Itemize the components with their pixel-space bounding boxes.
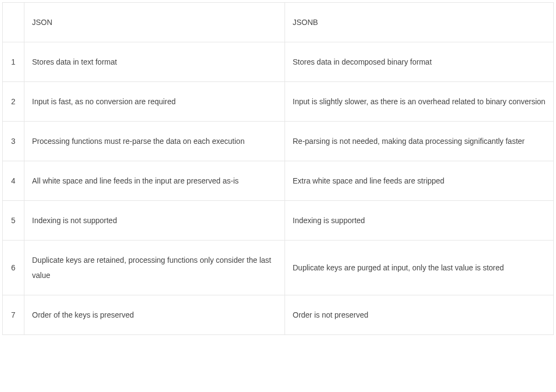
- jsonb-cell: Re-parsing is not needed, making data pr…: [285, 122, 554, 161]
- row-number: 7: [3, 295, 24, 335]
- jsonb-cell: Stores data in decomposed binary format: [285, 42, 554, 82]
- json-cell: All white space and line feeds in the in…: [24, 161, 285, 201]
- jsonb-cell: Order is not preserved: [285, 295, 554, 335]
- comparison-table: JSON JSONB 1 Stores data in text format …: [2, 2, 554, 335]
- row-number: 6: [3, 241, 24, 295]
- json-cell: Input is fast, as no conversion are requ…: [24, 82, 285, 122]
- json-cell: Stores data in text format: [24, 42, 285, 82]
- jsonb-cell: Duplicate keys are purged at input, only…: [285, 241, 554, 295]
- jsonb-cell: Input is slightly slower, as there is an…: [285, 82, 554, 122]
- table-row: 1 Stores data in text format Stores data…: [3, 42, 554, 82]
- header-number: [3, 3, 24, 42]
- row-number: 5: [3, 201, 24, 241]
- json-cell: Order of the keys is preserved: [24, 295, 285, 335]
- row-number: 1: [3, 42, 24, 82]
- jsonb-cell: Indexing is supported: [285, 201, 554, 241]
- table-row: 3 Processing functions must re-parse the…: [3, 122, 554, 161]
- jsonb-cell: Extra white space and line feeds are str…: [285, 161, 554, 201]
- row-number: 4: [3, 161, 24, 201]
- table-header-row: JSON JSONB: [3, 3, 554, 42]
- json-cell: Duplicate keys are retained, processing …: [24, 241, 285, 295]
- table-row: 5 Indexing is not supported Indexing is …: [3, 201, 554, 241]
- json-cell: Processing functions must re-parse the d…: [24, 122, 285, 161]
- table-row: 2 Input is fast, as no conversion are re…: [3, 82, 554, 122]
- header-jsonb: JSONB: [285, 3, 554, 42]
- table-row: 7 Order of the keys is preserved Order i…: [3, 295, 554, 335]
- row-number: 2: [3, 82, 24, 122]
- table-row: 6 Duplicate keys are retained, processin…: [3, 241, 554, 295]
- row-number: 3: [3, 122, 24, 161]
- json-cell: Indexing is not supported: [24, 201, 285, 241]
- header-json: JSON: [24, 3, 285, 42]
- table-body: 1 Stores data in text format Stores data…: [3, 42, 554, 335]
- table-row: 4 All white space and line feeds in the …: [3, 161, 554, 201]
